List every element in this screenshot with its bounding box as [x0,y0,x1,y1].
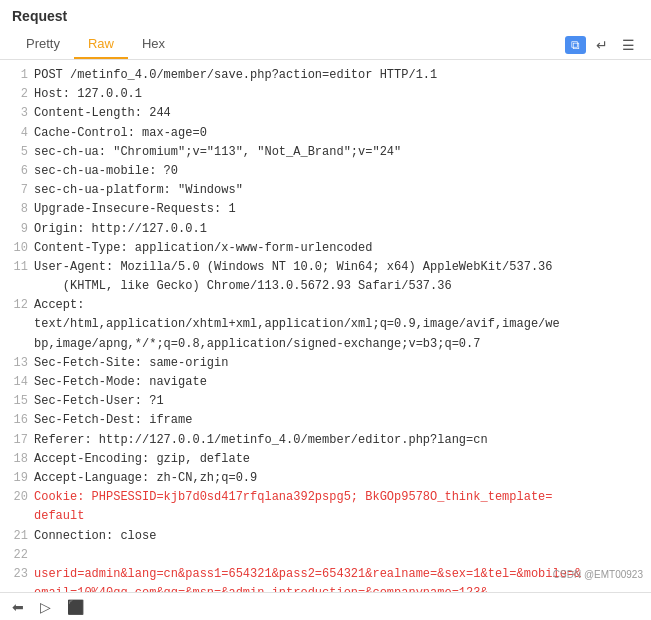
line-number: 12 [12,296,28,315]
request-line: 8Upgrade-Insecure-Requests: 1 [12,200,639,219]
line-text: default [34,507,639,526]
line-text: Accept-Language: zh-CN,zh;q=0.9 [34,469,639,488]
line-text: Origin: http://127.0.0.1 [34,220,639,239]
line-number [12,507,28,526]
request-line: 10Content-Type: application/x-www-form-u… [12,239,639,258]
request-line: 14Sec-Fetch-Mode: navigate [12,373,639,392]
line-text: Host: 127.0.0.1 [34,85,639,104]
request-line: 2Host: 127.0.0.1 [12,85,639,104]
line-number: 20 [12,488,28,507]
line-number: 13 [12,354,28,373]
panel-title: Request [12,8,639,30]
stop-button[interactable]: ⬛ [63,597,88,617]
line-text: sec-ch-ua-platform: "Windows" [34,181,639,200]
line-number: 15 [12,392,28,411]
line-text: Accept: [34,296,639,315]
request-line: (KHTML, like Gecko) Chrome/113.0.5672.93… [12,277,639,296]
line-text: text/html,application/xhtml+xml,applicat… [34,315,639,334]
line-number: 22 [12,546,28,565]
play-button[interactable]: ▷ [36,597,55,617]
line-number: 23 [12,565,28,584]
request-line: 7sec-ch-ua-platform: "Windows" [12,181,639,200]
request-line: 20Cookie: PHPSESSID=kjb7d0sd417rfqlana39… [12,488,639,507]
line-number: 9 [12,220,28,239]
request-line: 4Cache-Control: max-age=0 [12,124,639,143]
tab-raw[interactable]: Raw [74,30,128,59]
line-text: bp,image/apng,*/*;q=0.8,application/sign… [34,335,639,354]
request-line: 17Referer: http://127.0.0.1/metinfo_4.0/… [12,431,639,450]
line-text: Cookie: PHPSESSID=kjb7d0sd417rfqlana392p… [34,488,639,507]
line-text: POST /metinfo_4.0/member/save.php?action… [34,66,639,85]
line-text: Sec-Fetch-Dest: iframe [34,411,639,430]
line-number [12,335,28,354]
panel-header: Request Pretty Raw Hex ⧉ ↵ ☰ [0,0,651,60]
line-text: (KHTML, like Gecko) Chrome/113.0.5672.93… [34,277,639,296]
request-line: 18Accept-Encoding: gzip, deflate [12,450,639,469]
line-text: Sec-Fetch-Mode: navigate [34,373,639,392]
copy-icon: ⧉ [571,38,580,52]
request-line: default [12,507,639,526]
tab-pretty[interactable]: Pretty [12,30,74,59]
menu-button[interactable]: ☰ [618,35,639,55]
line-number: 10 [12,239,28,258]
line-number: 17 [12,431,28,450]
line-number [12,315,28,334]
line-text: userid=admin&lang=cn&pass1=654321&pass2=… [34,565,639,584]
line-number: 16 [12,411,28,430]
line-text: sec-ch-ua-mobile: ?0 [34,162,639,181]
request-line: 12Accept: [12,296,639,315]
request-line: 22 [12,546,639,565]
request-line: 19Accept-Language: zh-CN,zh;q=0.9 [12,469,639,488]
line-number: 14 [12,373,28,392]
request-line: 5sec-ch-ua: "Chromium";v="113", "Not_A_B… [12,143,639,162]
line-text: Referer: http://127.0.0.1/metinfo_4.0/me… [34,431,639,450]
menu-icon: ☰ [622,37,635,53]
line-text: Accept-Encoding: gzip, deflate [34,450,639,469]
line-number: 8 [12,200,28,219]
line-number: 5 [12,143,28,162]
request-line: 9Origin: http://127.0.0.1 [12,220,639,239]
line-text: sec-ch-ua: "Chromium";v="113", "Not_A_Br… [34,143,639,162]
line-number: 21 [12,527,28,546]
tabs: Pretty Raw Hex [12,30,179,59]
line-number: 11 [12,258,28,277]
line-number: 3 [12,104,28,123]
line-number: 19 [12,469,28,488]
copy-button[interactable]: ⧉ [565,36,586,54]
wrap-button[interactable]: ↵ [592,35,612,55]
line-text: Content-Length: 244 [34,104,639,123]
line-number: 2 [12,85,28,104]
request-line: 13Sec-Fetch-Site: same-origin [12,354,639,373]
line-text: User-Agent: Mozilla/5.0 (Windows NT 10.0… [34,258,639,277]
panel: Request Pretty Raw Hex ⧉ ↵ ☰ 1POST /me [0,0,651,600]
request-line: 6sec-ch-ua-mobile: ?0 [12,162,639,181]
line-text [34,546,639,565]
request-line: 1POST /metinfo_4.0/member/save.php?actio… [12,66,639,85]
tab-hex[interactable]: Hex [128,30,179,59]
line-text: Cache-Control: max-age=0 [34,124,639,143]
line-number [12,277,28,296]
line-text: Sec-Fetch-User: ?1 [34,392,639,411]
line-number: 1 [12,66,28,85]
wrap-icon: ↵ [596,37,608,53]
request-line: 3Content-Length: 244 [12,104,639,123]
watermark: CSDN @EMT00923 [553,569,643,580]
line-text: Content-Type: application/x-www-form-url… [34,239,639,258]
request-line: 11User-Agent: Mozilla/5.0 (Windows NT 10… [12,258,639,277]
line-text: Connection: close [34,527,639,546]
back-button[interactable]: ⬅ [8,597,28,617]
request-line: text/html,application/xhtml+xml,applicat… [12,315,639,334]
line-text: Upgrade-Insecure-Requests: 1 [34,200,639,219]
request-content: 1POST /metinfo_4.0/member/save.php?actio… [0,60,651,600]
request-line: bp,image/apng,*/*;q=0.8,application/sign… [12,335,639,354]
request-line: 21Connection: close [12,527,639,546]
request-line: 23userid=admin&lang=cn&pass1=654321&pass… [12,565,639,584]
line-number: 18 [12,450,28,469]
tab-actions: ⧉ ↵ ☰ [565,35,639,55]
line-number: 7 [12,181,28,200]
tabs-row: Pretty Raw Hex ⧉ ↵ ☰ [12,30,639,59]
request-line: 15Sec-Fetch-User: ?1 [12,392,639,411]
bottom-bar: ⬅ ▷ ⬛ [0,592,651,620]
line-number: 6 [12,162,28,181]
request-line: 16Sec-Fetch-Dest: iframe [12,411,639,430]
